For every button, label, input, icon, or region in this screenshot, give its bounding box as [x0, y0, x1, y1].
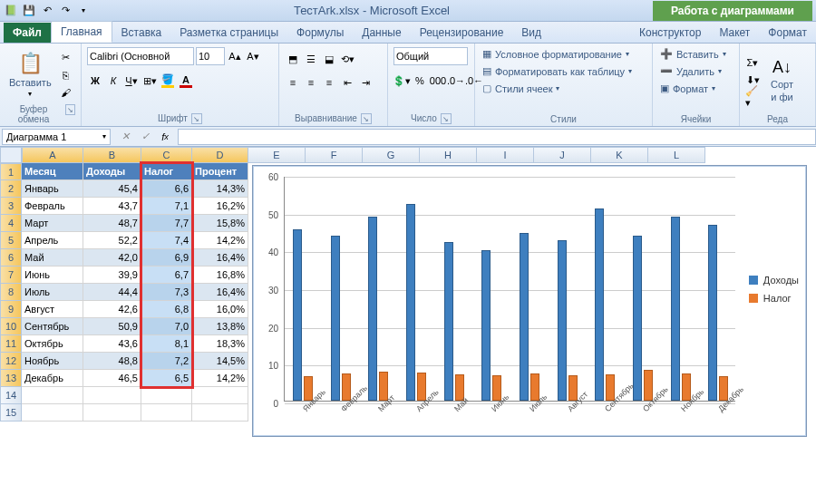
format-painter-button[interactable]: 🖌: [59, 85, 73, 100]
chart-bar[interactable]: [520, 233, 529, 401]
chart-bar[interactable]: [595, 208, 604, 401]
number-launcher[interactable]: ↘: [441, 113, 452, 124]
tab-formulas[interactable]: Формулы: [287, 23, 353, 43]
cell-C11[interactable]: 8,1: [141, 335, 192, 353]
row-header-6[interactable]: 6: [0, 249, 22, 267]
cell-A1[interactable]: Месяц: [22, 163, 83, 180]
cell-D8[interactable]: 16,4%: [192, 284, 248, 301]
format-cells-button[interactable]: ▣Формат▾: [658, 82, 717, 95]
italic-button[interactable]: К: [105, 73, 121, 89]
row-header-8[interactable]: 8: [0, 284, 22, 301]
redo-icon[interactable]: ↷: [58, 4, 73, 18]
cell-C10[interactable]: 7,0: [141, 318, 192, 335]
cell-D6[interactable]: 16,4%: [192, 249, 248, 267]
copy-button[interactable]: ⎘: [59, 68, 73, 82]
font-launcher[interactable]: ↘: [191, 113, 202, 124]
font-color-button[interactable]: A: [178, 73, 194, 89]
percent-format-button[interactable]: %: [412, 73, 428, 89]
cell-B4[interactable]: 48,7: [83, 215, 141, 232]
cell-A11[interactable]: Октябрь: [22, 335, 83, 353]
tab-data[interactable]: Данные: [353, 23, 410, 43]
chart-bar[interactable]: [331, 236, 340, 401]
chart-bar[interactable]: [444, 242, 453, 401]
cell-A6[interactable]: Май: [22, 249, 83, 267]
align-middle-button[interactable]: ☰: [303, 51, 319, 67]
cell-B13[interactable]: 46,5: [83, 370, 141, 387]
chart-legend[interactable]: ДоходыНалог: [749, 275, 799, 311]
row-header-7[interactable]: 7: [0, 267, 22, 284]
chart-bar[interactable]: [708, 225, 717, 401]
tab-chart-format[interactable]: Формат: [759, 23, 816, 43]
cell-B5[interactable]: 52,2: [83, 232, 141, 249]
decrease-indent-button[interactable]: ⇤: [339, 74, 355, 91]
cell-D5[interactable]: 14,2%: [192, 232, 248, 249]
cell-D11[interactable]: 18,3%: [192, 335, 248, 353]
col-header-L[interactable]: L: [648, 147, 705, 163]
tab-view[interactable]: Вид: [512, 23, 550, 43]
cell-B6[interactable]: 42,0: [83, 249, 141, 267]
cell-D14[interactable]: [192, 387, 248, 404]
accounting-format-button[interactable]: 💲▾: [393, 73, 410, 89]
tab-chart-layout[interactable]: Макет: [710, 23, 759, 43]
cell-A3[interactable]: Февраль: [22, 198, 83, 215]
enter-formula-button[interactable]: ✓: [136, 129, 154, 145]
underline-button[interactable]: Ч▾: [123, 73, 140, 89]
undo-icon[interactable]: ↶: [40, 4, 54, 18]
col-header-H[interactable]: H: [420, 147, 477, 163]
cell-B7[interactable]: 39,9: [83, 267, 141, 284]
cell-B3[interactable]: 43,7: [83, 198, 141, 215]
align-left-button[interactable]: ≡: [285, 74, 301, 91]
col-header-G[interactable]: G: [363, 147, 420, 163]
number-format-combo[interactable]: [393, 47, 468, 65]
cell-C4[interactable]: 7,7: [141, 215, 192, 232]
col-header-A[interactable]: A: [22, 147, 83, 163]
comma-format-button[interactable]: 000: [430, 73, 446, 89]
qat-dropdown-icon[interactable]: ▾: [76, 4, 91, 18]
col-header-I[interactable]: I: [477, 147, 534, 163]
cut-button[interactable]: ✂: [59, 51, 73, 65]
row-header-9[interactable]: 9: [0, 301, 22, 318]
name-box[interactable]: Диаграмма 1▾: [2, 129, 111, 145]
cell-D4[interactable]: 15,8%: [192, 215, 248, 232]
legend-item[interactable]: Доходы: [749, 275, 799, 286]
cell-B10[interactable]: 50,9: [83, 318, 141, 335]
align-bottom-button[interactable]: ⬓: [321, 51, 337, 67]
tab-home[interactable]: Главная: [51, 21, 112, 43]
cell-C3[interactable]: 7,1: [141, 198, 192, 215]
conditional-formatting-button[interactable]: ▦Условное форматирование▾: [481, 47, 631, 61]
tab-chart-design[interactable]: Конструктор: [630, 23, 710, 43]
cell-A2[interactable]: Январь: [22, 180, 83, 198]
align-center-button[interactable]: ≡: [303, 74, 319, 91]
cell-A13[interactable]: Декабрь: [22, 370, 83, 387]
embedded-chart[interactable]: 0102030405060 ЯнварьФевральМартАпрельМай…: [252, 165, 807, 437]
cell-D13[interactable]: 14,2%: [192, 370, 248, 387]
delete-cells-button[interactable]: ➖Удалить▾: [658, 64, 724, 78]
row-header-15[interactable]: 15: [0, 404, 22, 422]
cell-B14[interactable]: [83, 387, 141, 404]
cell-A4[interactable]: Март: [22, 215, 83, 232]
fill-color-button[interactable]: 🪣: [160, 73, 176, 89]
font-size-combo[interactable]: [196, 47, 225, 65]
orientation-button[interactable]: ⟲▾: [339, 51, 355, 67]
formula-input[interactable]: [178, 129, 816, 145]
row-header-10[interactable]: 10: [0, 318, 22, 335]
insert-cells-button[interactable]: ➕Вставить▾: [658, 47, 728, 61]
row-header-4[interactable]: 4: [0, 215, 22, 232]
cell-B9[interactable]: 42,6: [83, 301, 141, 318]
cell-B15[interactable]: [83, 404, 141, 422]
cell-A8[interactable]: Июль: [22, 284, 83, 301]
save-icon[interactable]: 💾: [22, 4, 36, 18]
cell-A9[interactable]: Август: [22, 301, 83, 318]
cell-D7[interactable]: 16,8%: [192, 267, 248, 284]
cancel-formula-button[interactable]: ✕: [116, 129, 134, 145]
row-header-13[interactable]: 13: [0, 370, 22, 387]
row-header-14[interactable]: 14: [0, 387, 22, 404]
cell-C13[interactable]: 6,5: [141, 370, 192, 387]
cell-C2[interactable]: 6,6: [141, 180, 192, 198]
grow-font-button[interactable]: A▴: [227, 48, 243, 64]
tab-file[interactable]: Файл: [4, 23, 51, 43]
alignment-launcher[interactable]: ↘: [361, 113, 372, 124]
chart-bar[interactable]: [633, 236, 642, 401]
col-header-D[interactable]: D: [192, 147, 248, 163]
col-header-K[interactable]: K: [591, 147, 648, 163]
